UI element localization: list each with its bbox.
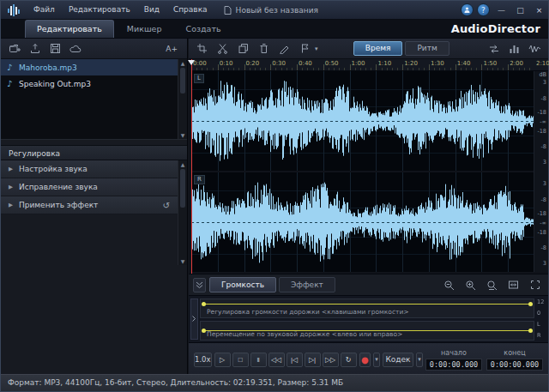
db-scale-label: -8 — [541, 245, 546, 251]
help-icon[interactable]: ? — [477, 3, 490, 16]
collapse-panel-button[interactable] — [193, 278, 206, 292]
waveform-view-icon[interactable] — [526, 40, 544, 57]
beat-mode-button[interactable]: Ритм — [405, 41, 449, 56]
codec-dropdown[interactable]: ▾ — [416, 353, 423, 367]
waveform-left-channel[interactable] — [191, 71, 534, 171]
db-scale-label: -∞ — [540, 220, 546, 226]
automation-lane-0[interactable]: Регулировка громкости дорожки <клавишами… — [200, 299, 534, 318]
save-library-button[interactable] — [46, 40, 64, 57]
music-note-icon: ♪ — [7, 63, 14, 72]
end-time-field[interactable]: 0:00:00.000 — [486, 359, 543, 371]
db-scale-label: -18 — [537, 211, 546, 217]
ruler-tick-label: 1:40 — [457, 60, 471, 67]
record-button[interactable]: ● — [359, 353, 371, 367]
start-time-field[interactable]: 0:00:00.000 — [425, 359, 482, 371]
file-list-items: ♪Mahoroba.mp3♪Speaking Out.mp3 — [1, 59, 187, 92]
file-list-item[interactable]: ♪Mahoroba.mp3 — [1, 59, 187, 75]
playhead-marker[interactable] — [188, 60, 195, 65]
zoom-selection-icon[interactable] — [483, 277, 501, 293]
transport-bar: 1.0x ▷□‖◁◁|◁▷|▷▷↻ ● ▾ Кодек ▾ начало 0:0… — [189, 342, 548, 376]
automation-lane-1[interactable]: Перемещение по звуковой дорожке <влево и… — [200, 321, 534, 341]
lane-scale-1: LR — [535, 321, 547, 341]
adjust-item-0[interactable]: ▶Настройка звука — [1, 160, 178, 178]
import-media-button[interactable] — [5, 40, 23, 57]
fit-to-window-icon[interactable] — [504, 277, 522, 293]
scissors-icon[interactable] — [214, 40, 232, 57]
ruler-tick-label: 2:10 — [536, 60, 549, 67]
file-name: Speaking Out.mp3 — [19, 80, 91, 88]
marker-icon[interactable] — [296, 40, 314, 57]
tab-mixer[interactable]: Микшер — [116, 21, 173, 38]
tab-effect[interactable]: Эффект — [279, 277, 335, 292]
playhead-line[interactable] — [191, 59, 192, 274]
copy-icon[interactable] — [234, 40, 252, 57]
minimize-button[interactable]: — — [492, 3, 510, 17]
reset-icon[interactable]: ↺ — [163, 201, 170, 210]
scroll-down-icon[interactable]: ▼ — [178, 258, 187, 264]
tab-edit[interactable]: Редактировать — [25, 20, 114, 38]
zoom-out-icon[interactable] — [440, 277, 458, 293]
playback-speed-button[interactable]: 1.0x — [194, 353, 212, 367]
fullscreen-icon[interactable] — [526, 277, 544, 293]
scroll-up-icon[interactable]: ▲ — [178, 161, 187, 167]
account-icon[interactable] — [461, 3, 474, 16]
automation-line[interactable] — [202, 304, 532, 305]
fast-forward-button[interactable]: ▷▷ — [323, 353, 339, 367]
waveform-right-channel[interactable] — [191, 172, 534, 272]
lower-tabs: ГромкостьЭффект — [209, 277, 335, 292]
zoom-in-icon[interactable] — [462, 277, 480, 293]
loop-button[interactable]: ↻ — [341, 353, 357, 367]
adjust-item-1[interactable]: ▶Исправление звука — [1, 178, 178, 196]
trim-icon[interactable] — [193, 40, 211, 57]
menu-view[interactable]: Вид — [137, 1, 166, 19]
rewind-button[interactable]: ◁◁ — [268, 353, 285, 367]
maximize-button[interactable]: □ — [511, 3, 529, 17]
tab-create[interactable]: Создать — [175, 21, 232, 38]
expander-icon: ▶ — [9, 202, 13, 208]
brand-title: AudioDirector — [451, 22, 540, 35]
file-name: Mahoroba.mp3 — [19, 63, 77, 72]
stop-button[interactable]: □ — [232, 353, 249, 367]
db-scale-label: -∞ — [540, 119, 546, 125]
editing-toolbar: ▾ Время Ритм — [189, 39, 548, 59]
export-button[interactable] — [26, 40, 44, 57]
document-title-area: Новый без названия — [223, 5, 318, 15]
document-icon — [223, 5, 232, 15]
tab-volume[interactable]: Громкость — [209, 277, 276, 292]
step-forward-button[interactable]: ▷| — [305, 353, 321, 367]
scrollbar-thumb[interactable] — [180, 169, 185, 208]
step-back-button[interactable]: |◁ — [287, 353, 303, 367]
spectrum-view-icon[interactable] — [505, 40, 523, 57]
play-button[interactable]: ▷ — [214, 353, 231, 367]
lane-scale-bottom: R — [537, 333, 541, 339]
record-options-dropdown[interactable]: ▾ — [373, 353, 380, 367]
pencil-icon[interactable] — [275, 40, 293, 57]
file-list-item[interactable]: ♪Speaking Out.mp3 — [1, 75, 187, 92]
adjust-item-2[interactable]: ▶Применить эффект↺ — [1, 196, 178, 214]
swap-channels-icon[interactable] — [485, 40, 503, 57]
marker-dropdown-icon[interactable]: ▾ — [315, 45, 318, 52]
scroll-up-icon[interactable]: ▲ — [178, 60, 187, 66]
timeline-ruler[interactable]: 0:000:100:200:300:400:501:001:101:201:30… — [191, 59, 548, 71]
db-scale-label: -18 — [537, 110, 546, 116]
document-title: Новый без названия — [236, 6, 318, 15]
adjust-panel-title: Регулировка — [1, 145, 187, 160]
text-to-speech-button[interactable]: A+ — [160, 43, 183, 55]
menu-file[interactable]: Файл — [27, 1, 62, 19]
scroll-down-icon[interactable]: ▼ — [178, 132, 187, 138]
adjust-items: ▶Настройка звука▶Исправление звука▶Приме… — [1, 160, 178, 214]
menu-help[interactable]: Справка — [166, 1, 214, 19]
adjust-scrollbar[interactable]: ▲ ▼ — [178, 160, 187, 265]
close-button[interactable]: × — [530, 3, 548, 17]
automation-expander[interactable] — [190, 299, 198, 340]
menu-edit[interactable]: Редактировать — [62, 1, 137, 19]
delete-icon[interactable] — [255, 40, 273, 57]
file-list-scrollbar[interactable]: ▲ ▼ — [178, 59, 187, 139]
ruler-tick-label: 0:40 — [299, 60, 312, 67]
cloud-upload-icon[interactable] — [67, 40, 85, 57]
time-mode-button[interactable]: Время — [353, 41, 403, 56]
pause-button[interactable]: ‖ — [250, 353, 267, 367]
scrollbar-thumb[interactable] — [180, 68, 185, 93]
codec-button[interactable]: Кодек — [383, 353, 413, 367]
ruler-tick-label: 1:50 — [483, 60, 497, 67]
